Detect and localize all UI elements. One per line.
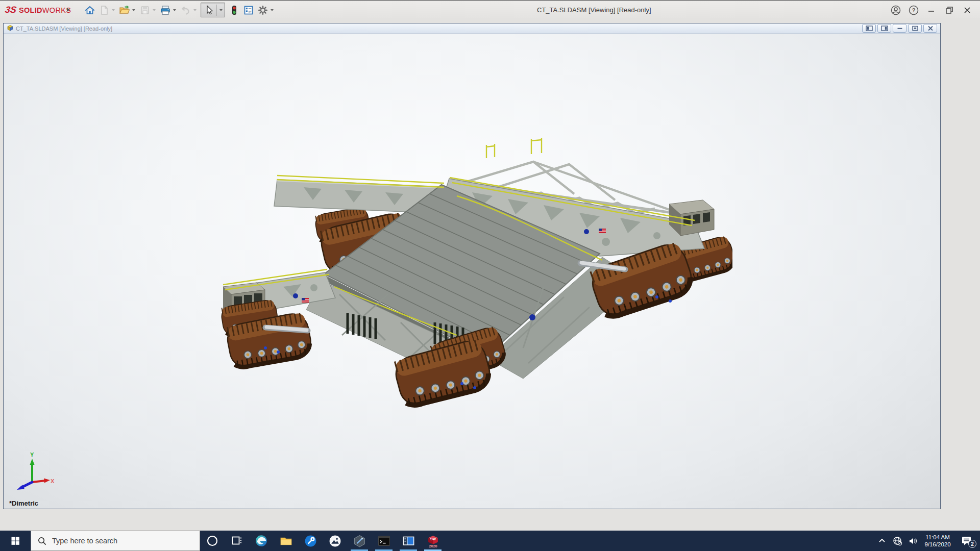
new-document-icon <box>99 5 110 16</box>
taskbar-app-remote-desktop[interactable] <box>396 531 421 551</box>
start-button[interactable] <box>0 531 31 551</box>
model-viewport[interactable]: Y X *Dimetric <box>4 34 940 509</box>
app-window-controls: ? <box>887 1 976 19</box>
undo-icon <box>180 5 191 16</box>
svg-text:?: ? <box>912 7 915 13</box>
app-titlebar: 3S SOLIDWORKS <box>0 0 980 18</box>
select-cursor-icon <box>203 5 214 16</box>
rebuild-button[interactable] <box>227 3 241 17</box>
doc-restore-icon <box>912 26 919 31</box>
taskbar-app-task-view[interactable] <box>225 531 249 551</box>
account-icon <box>890 5 901 16</box>
doc-restore-button[interactable] <box>908 24 922 33</box>
close-icon <box>962 5 972 15</box>
select-tool-group <box>201 3 225 17</box>
solidworks-2020-icon: SW 2020 <box>426 534 440 548</box>
edge-icon <box>255 534 268 547</box>
remote-desktop-icon <box>402 535 415 547</box>
action-center-button[interactable]: 2 <box>955 531 978 551</box>
restore-button[interactable] <box>940 1 958 19</box>
clock-time: 11:04 AM <box>921 534 954 541</box>
open-dropdown[interactable] <box>132 9 135 11</box>
document-titlebar[interactable]: CT_TA.SLDASM [Viewing] [Read-only] <box>4 23 940 34</box>
open-button[interactable] <box>117 3 131 17</box>
photos-icon <box>329 535 341 547</box>
traffic-light-icon <box>229 5 240 16</box>
file-properties-icon <box>243 5 254 16</box>
taskbar-app-solidworks[interactable]: SW 2020 <box>421 531 445 551</box>
dock-right-icon <box>881 26 888 31</box>
dock-right-button[interactable] <box>877 24 891 33</box>
document-title: CT_TA.SLDASM [Viewing] [Read-only] <box>16 26 112 32</box>
options-dropdown[interactable] <box>271 9 274 11</box>
new-document-dropdown[interactable] <box>112 9 115 11</box>
clock-date: 9/16/2020 <box>921 541 954 548</box>
home-icon <box>84 5 95 16</box>
taskbar-app-hexagon[interactable] <box>347 531 372 551</box>
gear-icon <box>257 5 268 16</box>
right-cab <box>669 200 714 236</box>
minimize-icon <box>926 5 937 15</box>
taskbar-app-file-explorer[interactable] <box>274 531 298 551</box>
select-tool-dropdown[interactable] <box>219 9 223 11</box>
taskbar-search[interactable] <box>31 531 200 551</box>
file-explorer-icon <box>280 535 292 547</box>
taskbar-app-settings-tool[interactable] <box>298 531 323 551</box>
svg-text:2020: 2020 <box>429 543 437 547</box>
home-button[interactable] <box>83 3 96 17</box>
file-properties-button[interactable] <box>241 3 255 17</box>
triad-x-label: X <box>51 478 55 484</box>
view-orientation-label: *Dimetric <box>9 499 38 507</box>
dassault-logo-icon: 3S <box>5 5 17 15</box>
system-tray: 11:04 AM 9/16/2020 2 <box>875 531 980 551</box>
network-globe-icon <box>893 536 902 546</box>
assembly-icon <box>6 24 13 32</box>
select-tool-button[interactable] <box>202 3 215 17</box>
save-dropdown[interactable] <box>153 9 156 11</box>
cortana-icon <box>206 535 218 547</box>
taskbar-app-command-prompt[interactable] <box>372 531 396 551</box>
tray-network-button[interactable] <box>890 531 904 551</box>
hexagon-app-icon <box>353 535 366 547</box>
orientation-triad: Y X <box>13 452 56 494</box>
tray-volume-button[interactable] <box>905 531 920 551</box>
help-button[interactable]: ? <box>904 1 922 19</box>
search-icon <box>37 536 47 546</box>
tray-chevron-button[interactable] <box>875 531 889 551</box>
document-window-controls <box>862 24 937 33</box>
account-button[interactable] <box>887 1 904 19</box>
print-button[interactable] <box>158 3 172 17</box>
undo-button[interactable] <box>179 3 192 17</box>
options-button[interactable] <box>256 3 270 17</box>
speaker-icon <box>908 536 918 546</box>
windows-logo-icon <box>11 536 20 545</box>
svg-text:SW: SW <box>430 537 436 540</box>
new-document-button[interactable] <box>97 3 111 17</box>
brand-bold: SOLID <box>19 6 42 14</box>
close-button[interactable] <box>958 1 976 19</box>
doc-minimize-icon <box>896 26 903 31</box>
save-icon <box>139 5 151 16</box>
taskbar-app-edge[interactable] <box>249 531 274 551</box>
minimize-button[interactable] <box>922 1 940 19</box>
taskbar-app-photos[interactable] <box>323 531 347 551</box>
doc-close-icon <box>927 26 934 31</box>
notification-badge: 2 <box>968 540 976 548</box>
taskbar-app-cortana[interactable] <box>200 531 225 551</box>
doc-close-button[interactable] <box>923 24 937 33</box>
solidworks-logo: 3S SOLIDWORKS <box>5 1 71 19</box>
dock-left-button[interactable] <box>862 24 876 33</box>
triad-y-label: Y <box>30 452 34 458</box>
help-icon: ? <box>908 5 919 16</box>
print-dropdown[interactable] <box>173 9 176 11</box>
app-title: CT_TA.SLDASM [Viewing] [Read-only] <box>537 1 651 19</box>
crawler-transporter-model[interactable] <box>217 134 732 412</box>
undo-dropdown[interactable] <box>193 9 197 11</box>
command-prompt-icon <box>378 535 390 547</box>
save-button[interactable] <box>138 3 152 17</box>
menu-flyout-arrow-icon[interactable] <box>67 8 70 12</box>
taskbar-clock[interactable]: 11:04 AM 9/16/2020 <box>921 534 954 548</box>
restore-icon <box>944 5 954 15</box>
search-input[interactable] <box>52 537 180 545</box>
doc-minimize-button[interactable] <box>893 24 906 33</box>
